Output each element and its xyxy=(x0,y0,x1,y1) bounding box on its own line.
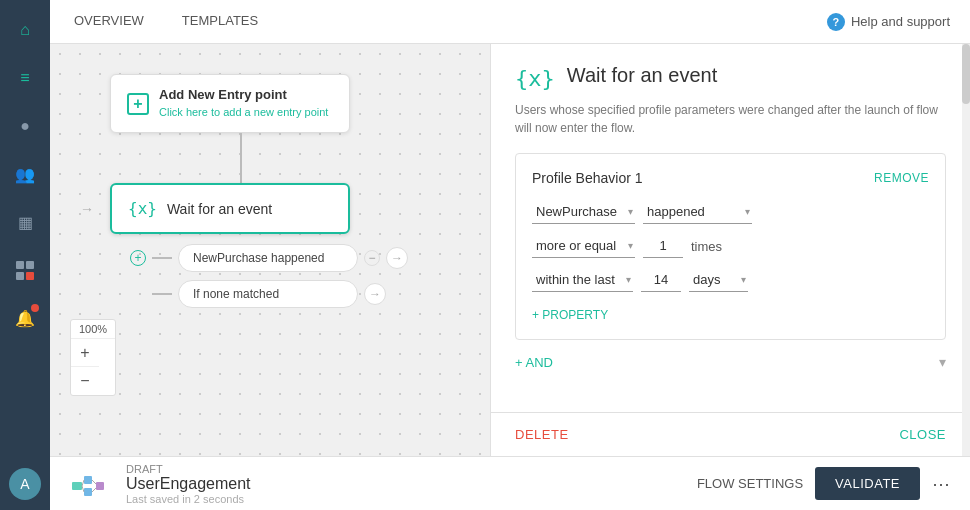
canvas-area: + Add New Entry point Click here to add … xyxy=(50,44,490,456)
connector-line xyxy=(240,133,242,183)
panel-footer: DELETE CLOSE xyxy=(491,412,970,456)
count-input[interactable] xyxy=(643,234,683,258)
svg-line-7 xyxy=(92,488,96,492)
zoom-in-button[interactable]: + xyxy=(71,339,99,367)
branch-item-0: + NewPurchase happened − → xyxy=(130,244,408,272)
nav-overview[interactable]: OVERVIEW xyxy=(70,0,148,44)
flow-icon xyxy=(70,466,106,502)
event-select[interactable]: NewPurchase Purchase Signup xyxy=(532,200,635,223)
svg-line-5 xyxy=(82,486,84,492)
zoom-label: 100% xyxy=(71,320,115,339)
flow-name: UserEngagement xyxy=(126,475,251,493)
scroll-thumb xyxy=(962,44,970,104)
branch-connector-1 xyxy=(152,293,172,295)
timeframe-dropdown[interactable]: within the last before after xyxy=(532,268,633,292)
canvas-controls: 100% + − xyxy=(70,319,116,396)
grid-icon[interactable] xyxy=(5,250,45,290)
entry-text: Add New Entry point Click here to add a … xyxy=(159,87,328,120)
top-nav: OVERVIEW TEMPLATES ? Help and support xyxy=(50,0,970,44)
svg-rect-3 xyxy=(96,482,104,490)
sidebar-bottom: A xyxy=(9,468,41,500)
flow-info: DRAFT UserEngagement Last saved in 2 sec… xyxy=(126,463,251,505)
svg-line-6 xyxy=(92,480,96,484)
times-label: times xyxy=(691,239,722,254)
remove-button[interactable]: REMOVE xyxy=(874,171,929,185)
branch-label-1: If none matched xyxy=(193,287,279,301)
days-count-input[interactable] xyxy=(641,268,681,292)
sidebar: ⌂ ≡ ● 👥 ▦ 🔔 A xyxy=(0,0,50,510)
content-area: + Add New Entry point Click here to add … xyxy=(50,44,970,456)
users-icon[interactable]: 👥 xyxy=(5,154,45,194)
timeframe-select[interactable]: within the last before after xyxy=(532,268,633,291)
event-label: Wait for an event xyxy=(167,201,272,217)
more-options-button[interactable]: ⋯ xyxy=(932,473,950,495)
home-icon[interactable]: ⌂ xyxy=(5,10,45,50)
svg-rect-0 xyxy=(72,482,82,490)
branch-arrow-0[interactable]: → xyxy=(386,247,408,269)
expand-chevron-icon: ▾ xyxy=(939,354,946,370)
condition-dropdown[interactable]: happened did not happen xyxy=(643,200,752,224)
add-and-button[interactable]: + AND ▾ xyxy=(515,354,946,370)
help-link[interactable]: ? Help and support xyxy=(827,13,950,31)
branch-plus-icon[interactable]: + xyxy=(130,250,146,266)
branch-arrow-1[interactable]: → xyxy=(364,283,386,305)
frequency-select[interactable]: more or equal less or equal exactly xyxy=(532,234,635,257)
event-node[interactable]: {x} Wait for an event xyxy=(110,183,350,234)
branch-node-1[interactable]: If none matched xyxy=(178,280,358,308)
behavior-title: Profile Behavior 1 xyxy=(532,170,643,186)
zoom-out-button[interactable]: − xyxy=(71,367,99,395)
branch-label-0: NewPurchase happened xyxy=(193,251,324,265)
delete-button[interactable]: DELETE xyxy=(515,427,569,442)
condition-select[interactable]: happened did not happen xyxy=(643,200,752,223)
days-unit-dropdown[interactable]: days hours weeks xyxy=(689,268,748,292)
bell-icon[interactable]: 🔔 xyxy=(5,298,45,338)
add-property-button[interactable]: + PROPERTY xyxy=(532,308,608,322)
branch-item-1: If none matched → xyxy=(130,280,408,308)
behavior-row-1: NewPurchase Purchase Signup happened did… xyxy=(532,200,929,224)
branch-minus-icon[interactable]: − xyxy=(364,250,380,266)
nav-templates[interactable]: TEMPLATES xyxy=(178,0,262,44)
svg-rect-2 xyxy=(84,488,92,496)
event-dropdown[interactable]: NewPurchase Purchase Signup xyxy=(532,200,635,224)
branch-connector-0 xyxy=(152,257,172,259)
scroll-bar[interactable] xyxy=(962,44,970,456)
chart-icon[interactable]: ▦ xyxy=(5,202,45,242)
panel-description: Users whose specified profile parameters… xyxy=(491,101,970,153)
close-button[interactable]: CLOSE xyxy=(899,427,946,442)
entry-point-node[interactable]: + Add New Entry point Click here to add … xyxy=(110,74,350,133)
branch-node-0[interactable]: NewPurchase happened xyxy=(178,244,358,272)
validate-button[interactable]: VALIDATE xyxy=(815,467,920,500)
branches: + NewPurchase happened − → If none match… xyxy=(130,244,408,308)
behavior-header: Profile Behavior 1 REMOVE xyxy=(532,170,929,186)
event-node-wrapper: → {x} Wait for an event xyxy=(110,183,408,234)
bottom-actions: FLOW SETTINGS VALIDATE ⋯ xyxy=(697,467,950,500)
behavior-row-2: more or equal less or equal exactly time… xyxy=(532,234,929,258)
entry-subtitle: Click here to add a new entry point xyxy=(159,106,328,118)
entry-plus-icon: + xyxy=(127,93,149,115)
panel-curly-icon: {x} xyxy=(515,66,555,91)
behavior-row-3: within the last before after days hours … xyxy=(532,268,929,292)
panel-header: {x} Wait for an event xyxy=(491,44,970,101)
svg-line-4 xyxy=(82,480,84,486)
days-unit-select[interactable]: days hours weeks xyxy=(689,268,748,291)
panel-title: Wait for an event xyxy=(567,64,717,87)
profile-behavior: Profile Behavior 1 REMOVE NewPurchase Pu… xyxy=(515,153,946,340)
menu-icon[interactable]: ≡ xyxy=(5,58,45,98)
user-icon[interactable]: ● xyxy=(5,106,45,146)
help-icon: ? xyxy=(827,13,845,31)
frequency-dropdown[interactable]: more or equal less or equal exactly xyxy=(532,234,635,258)
right-panel: {x} Wait for an event Users whose specif… xyxy=(490,44,970,456)
arrow-left-icon: → xyxy=(80,201,94,217)
help-text: Help and support xyxy=(851,14,950,29)
flow-nodes: + Add New Entry point Click here to add … xyxy=(110,74,408,308)
draft-badge: DRAFT xyxy=(126,463,251,475)
event-curly-icon: {x} xyxy=(128,199,157,218)
flow-settings-button[interactable]: FLOW SETTINGS xyxy=(697,476,803,491)
avatar[interactable]: A xyxy=(9,468,41,500)
svg-rect-1 xyxy=(84,476,92,484)
last-saved: Last saved in 2 seconds xyxy=(126,493,251,505)
bottom-bar: DRAFT UserEngagement Last saved in 2 sec… xyxy=(50,456,970,510)
main-area: OVERVIEW TEMPLATES ? Help and support + … xyxy=(50,0,970,510)
entry-title: Add New Entry point xyxy=(159,87,328,102)
